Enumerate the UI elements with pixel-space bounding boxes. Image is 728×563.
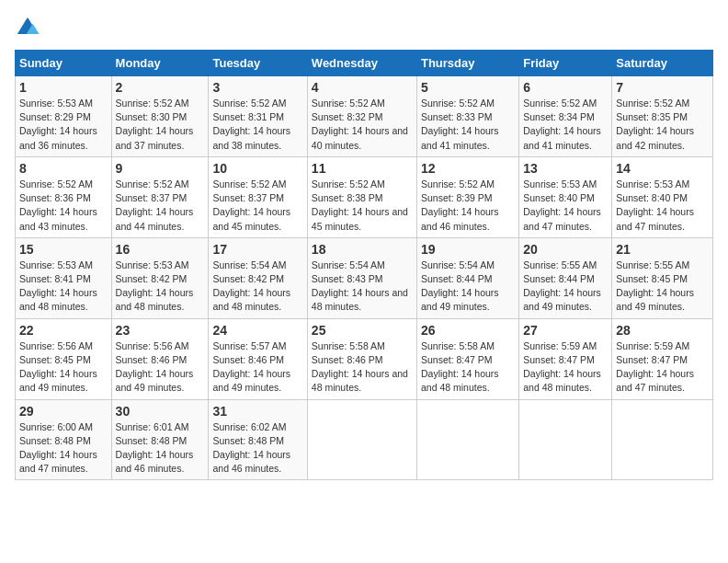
cell-info: Sunrise: 5:52 AMSunset: 8:32 PMDaylight:… <box>312 98 408 151</box>
calendar-table: SundayMondayTuesdayWednesdayThursdayFrid… <box>15 50 713 480</box>
cell-info: Sunrise: 5:52 AMSunset: 8:31 PMDaylight:… <box>212 98 290 151</box>
day-number: 27 <box>523 323 608 338</box>
day-header-thursday: Thursday <box>416 51 518 76</box>
calendar-cell: 17Sunrise: 5:54 AMSunset: 8:42 PMDayligh… <box>209 237 307 318</box>
calendar-cell <box>307 399 416 480</box>
calendar-cell: 29Sunrise: 6:00 AMSunset: 8:48 PMDayligh… <box>16 399 112 480</box>
logo-icon <box>15 15 40 40</box>
cell-info: Sunrise: 5:52 AMSunset: 8:38 PMDaylight:… <box>312 178 408 232</box>
calendar-cell: 8Sunrise: 5:52 AMSunset: 8:36 PMDaylight… <box>16 156 112 237</box>
cell-info: Sunrise: 5:58 AMSunset: 8:47 PMDaylight:… <box>421 340 499 394</box>
calendar-cell: 26Sunrise: 5:58 AMSunset: 8:47 PMDayligh… <box>416 318 518 399</box>
day-number: 12 <box>421 161 515 176</box>
day-header-saturday: Saturday <box>612 51 713 76</box>
cell-info: Sunrise: 5:52 AMSunset: 8:34 PMDaylight:… <box>523 98 601 151</box>
week-row-5: 29Sunrise: 6:00 AMSunset: 8:48 PMDayligh… <box>16 399 713 480</box>
page-header <box>15 15 713 40</box>
cell-info: Sunrise: 5:53 AMSunset: 8:29 PMDaylight:… <box>19 98 97 151</box>
calendar-cell: 25Sunrise: 5:58 AMSunset: 8:46 PMDayligh… <box>307 318 416 399</box>
week-row-1: 1Sunrise: 5:53 AMSunset: 8:29 PMDaylight… <box>16 76 713 157</box>
day-header-friday: Friday <box>519 51 612 76</box>
calendar-cell <box>519 399 612 480</box>
day-number: 28 <box>616 323 709 338</box>
day-number: 18 <box>312 242 413 257</box>
calendar-cell: 12Sunrise: 5:52 AMSunset: 8:39 PMDayligh… <box>416 156 518 237</box>
calendar-cell: 3Sunrise: 5:52 AMSunset: 8:31 PMDaylight… <box>209 76 307 157</box>
day-number: 3 <box>212 80 302 95</box>
calendar-cell: 19Sunrise: 5:54 AMSunset: 8:44 PMDayligh… <box>416 237 518 318</box>
day-number: 23 <box>116 323 205 338</box>
day-number: 7 <box>616 80 709 95</box>
day-number: 31 <box>212 404 302 419</box>
calendar-cell: 2Sunrise: 5:52 AMSunset: 8:30 PMDaylight… <box>111 76 209 157</box>
cell-info: Sunrise: 5:54 AMSunset: 8:42 PMDaylight:… <box>212 259 290 313</box>
calendar-cell: 4Sunrise: 5:52 AMSunset: 8:32 PMDaylight… <box>307 76 416 157</box>
day-header-tuesday: Tuesday <box>209 51 307 76</box>
cell-info: Sunrise: 5:52 AMSunset: 8:30 PMDaylight:… <box>116 98 194 151</box>
day-number: 9 <box>116 161 205 176</box>
day-number: 2 <box>116 80 205 95</box>
day-number: 10 <box>212 161 302 176</box>
week-row-3: 15Sunrise: 5:53 AMSunset: 8:41 PMDayligh… <box>16 237 713 318</box>
calendar-cell: 31Sunrise: 6:02 AMSunset: 8:48 PMDayligh… <box>209 399 307 480</box>
day-number: 4 <box>312 80 413 95</box>
calendar-cell: 21Sunrise: 5:55 AMSunset: 8:45 PMDayligh… <box>612 237 713 318</box>
day-number: 20 <box>523 242 608 257</box>
calendar-cell: 7Sunrise: 5:52 AMSunset: 8:35 PMDaylight… <box>612 76 713 157</box>
cell-info: Sunrise: 5:53 AMSunset: 8:40 PMDaylight:… <box>523 178 601 232</box>
day-number: 15 <box>19 242 108 257</box>
calendar-cell: 5Sunrise: 5:52 AMSunset: 8:33 PMDaylight… <box>416 76 518 157</box>
calendar-cell: 15Sunrise: 5:53 AMSunset: 8:41 PMDayligh… <box>16 237 112 318</box>
calendar-cell <box>612 399 713 480</box>
day-number: 6 <box>523 80 608 95</box>
calendar-cell: 18Sunrise: 5:54 AMSunset: 8:43 PMDayligh… <box>307 237 416 318</box>
cell-info: Sunrise: 5:55 AMSunset: 8:44 PMDaylight:… <box>523 259 601 313</box>
day-number: 30 <box>116 404 205 419</box>
cell-info: Sunrise: 5:53 AMSunset: 8:42 PMDaylight:… <box>116 259 194 313</box>
calendar-cell: 14Sunrise: 5:53 AMSunset: 8:40 PMDayligh… <box>612 156 713 237</box>
day-number: 1 <box>19 80 108 95</box>
week-row-4: 22Sunrise: 5:56 AMSunset: 8:45 PMDayligh… <box>16 318 713 399</box>
day-number: 11 <box>312 161 413 176</box>
day-number: 21 <box>616 242 709 257</box>
day-header-monday: Monday <box>111 51 209 76</box>
day-number: 29 <box>19 404 108 419</box>
day-number: 19 <box>421 242 515 257</box>
cell-info: Sunrise: 5:52 AMSunset: 8:35 PMDaylight:… <box>616 98 694 151</box>
day-number: 24 <box>212 323 302 338</box>
calendar-cell: 28Sunrise: 5:59 AMSunset: 8:47 PMDayligh… <box>612 318 713 399</box>
calendar-cell: 16Sunrise: 5:53 AMSunset: 8:42 PMDayligh… <box>111 237 209 318</box>
day-number: 8 <box>19 161 108 176</box>
cell-info: Sunrise: 5:52 AMSunset: 8:33 PMDaylight:… <box>421 98 499 151</box>
day-number: 22 <box>19 323 108 338</box>
day-header-wednesday: Wednesday <box>307 51 416 76</box>
day-number: 26 <box>421 323 515 338</box>
cell-info: Sunrise: 5:59 AMSunset: 8:47 PMDaylight:… <box>616 340 694 394</box>
cell-info: Sunrise: 5:52 AMSunset: 8:37 PMDaylight:… <box>212 178 290 232</box>
cell-info: Sunrise: 5:53 AMSunset: 8:40 PMDaylight:… <box>616 178 694 232</box>
calendar-cell: 27Sunrise: 5:59 AMSunset: 8:47 PMDayligh… <box>519 318 612 399</box>
calendar-cell: 6Sunrise: 5:52 AMSunset: 8:34 PMDaylight… <box>519 76 612 157</box>
cell-info: Sunrise: 5:52 AMSunset: 8:39 PMDaylight:… <box>421 178 499 232</box>
calendar-cell: 23Sunrise: 5:56 AMSunset: 8:46 PMDayligh… <box>111 318 209 399</box>
calendar-cell: 30Sunrise: 6:01 AMSunset: 8:48 PMDayligh… <box>111 399 209 480</box>
day-number: 14 <box>616 161 709 176</box>
calendar-cell: 24Sunrise: 5:57 AMSunset: 8:46 PMDayligh… <box>209 318 307 399</box>
calendar-cell: 22Sunrise: 5:56 AMSunset: 8:45 PMDayligh… <box>16 318 112 399</box>
cell-info: Sunrise: 5:56 AMSunset: 8:45 PMDaylight:… <box>19 340 97 394</box>
calendar-cell: 20Sunrise: 5:55 AMSunset: 8:44 PMDayligh… <box>519 237 612 318</box>
day-number: 13 <box>523 161 608 176</box>
day-number: 16 <box>116 242 205 257</box>
day-number: 5 <box>421 80 515 95</box>
logo <box>15 15 44 40</box>
cell-info: Sunrise: 5:52 AMSunset: 8:36 PMDaylight:… <box>19 178 97 232</box>
cell-info: Sunrise: 5:57 AMSunset: 8:46 PMDaylight:… <box>212 340 290 394</box>
day-number: 25 <box>312 323 413 338</box>
cell-info: Sunrise: 5:53 AMSunset: 8:41 PMDaylight:… <box>19 259 97 313</box>
calendar-cell: 13Sunrise: 5:53 AMSunset: 8:40 PMDayligh… <box>519 156 612 237</box>
calendar-cell: 1Sunrise: 5:53 AMSunset: 8:29 PMDaylight… <box>16 76 112 157</box>
calendar-cell <box>416 399 518 480</box>
cell-info: Sunrise: 5:58 AMSunset: 8:46 PMDaylight:… <box>312 340 408 394</box>
header-row: SundayMondayTuesdayWednesdayThursdayFrid… <box>16 51 713 76</box>
day-header-sunday: Sunday <box>16 51 112 76</box>
